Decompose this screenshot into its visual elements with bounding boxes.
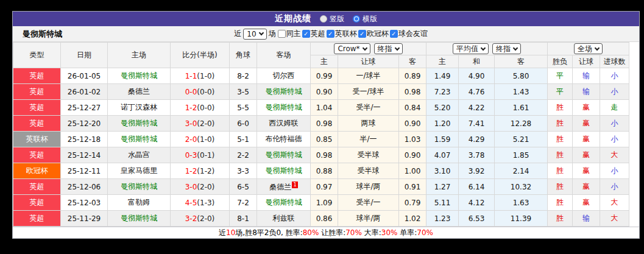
handicap-line-cell: 一/球半: [338, 68, 399, 84]
handicap-odds-home-cell: 0.88: [311, 163, 338, 179]
table-header-row-groups: 类型 日期 主场 比分(半场) 角球 客场 Crow* 终指: [13, 43, 629, 55]
team-rank-badge: 1: [292, 182, 298, 188]
average-stage-select[interactable]: 终指: [492, 43, 521, 54]
avg-draw-odds-cell: 4.76: [459, 84, 495, 100]
match-type-cell: 英超: [13, 211, 61, 227]
away-team: 布伦特福德: [266, 135, 302, 143]
col-header-corner: 角球: [230, 43, 257, 68]
avg-draw-odds-cell: 4.22: [459, 100, 495, 116]
fulltime-score: 4-5: [185, 199, 197, 207]
col-header-type: 类型: [13, 43, 61, 68]
layout-radio[interactable]: 竖版: [320, 14, 344, 24]
league-filter-checkbox[interactable]: ✓ 英超: [302, 29, 325, 39]
result-cell: 胜: [548, 132, 573, 147]
corner-cell: 8-2: [230, 68, 257, 84]
avg-draw-odds-cell: 6.53: [459, 211, 495, 227]
team-name-label: 曼彻斯特城: [13, 29, 234, 40]
avg-home-odds-cell: 4.07: [426, 147, 459, 163]
checkbox-label: 同主: [286, 29, 301, 39]
result-cell: 胜: [548, 116, 573, 132]
checkbox-label: 英超: [311, 29, 325, 39]
fulltime-score: 0-0: [185, 88, 197, 96]
checkbox-icon: ✓: [327, 30, 334, 38]
chevron-down-icon: [513, 45, 518, 50]
date-cell: 25-11-29: [61, 211, 108, 227]
summary-segment: 10: [226, 228, 235, 237]
date-cell: 25-12-27: [61, 100, 108, 116]
scope-select[interactable]: 全场: [574, 43, 603, 54]
subcol-avg-draw: 和: [459, 55, 495, 68]
result-cell: 平: [548, 84, 573, 100]
away-team-cell: 曼彻斯特城: [257, 84, 311, 100]
score-cell: 0-3(0-1): [171, 147, 230, 163]
summary-segment: 让胜率:: [319, 228, 345, 238]
handicap-odds-group-header: Crow* 终指: [311, 43, 426, 55]
score-cell: 3-0(2-0): [171, 179, 230, 195]
home-team-cell: 富勒姆: [108, 195, 171, 211]
avg-away-odds-cell: 5.80: [495, 68, 548, 84]
subcol-goals: 进球数: [600, 55, 629, 68]
handicap-odds-away-cell: 0.91: [399, 179, 426, 195]
goals-result-cell: 大: [600, 147, 629, 163]
handicap-result-cell: 赢: [573, 179, 600, 195]
avg-away-odds-cell: 12.28: [495, 116, 548, 132]
avg-draw-odds-cell: 3.92: [459, 163, 495, 179]
checkbox-label: 欧冠杯: [367, 29, 389, 39]
layout-radio-group: 竖版 横版: [320, 14, 377, 24]
average-select[interactable]: 平均值: [453, 43, 489, 54]
corner-cell: 6-5: [230, 179, 257, 195]
league-filter-group: ✓ 同主 ✓ 英超 ✓ 英联杯 ✓ 欧冠杯 ✓ 球会友谊: [278, 29, 428, 39]
away-team-cell: 桑德兰1: [257, 179, 311, 195]
home-team-cell: 曼彻斯特城: [108, 68, 171, 84]
match-type-cell: 英超: [13, 100, 61, 116]
league-filter-checkbox[interactable]: ✓ 欧冠杯: [358, 29, 389, 39]
handicap-line-cell: 半/一: [338, 132, 399, 147]
home-team-cell: 水晶宫: [108, 147, 171, 163]
goals-result-cell: 走: [600, 100, 629, 116]
bookmaker-select[interactable]: Crow*: [334, 43, 370, 54]
avg-away-odds-cell: 2.14: [495, 163, 548, 179]
away-team: 曼彻斯特城: [266, 166, 302, 175]
match-count-select[interactable]: 10: [243, 29, 266, 40]
away-team: 西汉姆联: [269, 119, 299, 127]
away-team: 切尔西: [273, 71, 295, 80]
subcol-handicap: 让球: [338, 55, 399, 68]
goals-result-cell: 大: [600, 195, 629, 211]
table-row: 英超 26-01-05 曼彻斯特城 1-1(1-0) 8-2 切尔西 0.99 …: [13, 68, 629, 84]
chevron-down-icon: [258, 30, 263, 35]
subcol-odds-home: 主: [311, 55, 338, 68]
handicap-line-cell: 球半/两: [338, 211, 399, 227]
league-filter-checkbox[interactable]: ✓ 同主: [278, 29, 301, 39]
score-cell: 0-0(0-0): [171, 84, 230, 100]
result-cell: 胜: [548, 179, 573, 195]
avg-home-odds-cell: 7.23: [426, 84, 459, 100]
league-filter-checkbox[interactable]: ✓ 球会友谊: [390, 29, 428, 39]
handicap-result-cell: 赢: [573, 195, 600, 211]
away-team-cell: 布伦特福德: [257, 132, 311, 147]
avg-home-odds-cell: 1.23: [426, 211, 459, 227]
avg-away-odds-cell: 10.32: [495, 179, 548, 195]
table-row: 欧冠杯 25-12-11 皇家马德里 1-2(1-2) 3-3 曼彻斯特城 0.…: [13, 163, 629, 179]
away-team: 利兹联: [273, 214, 295, 222]
home-team: 曼彻斯特城: [121, 214, 157, 222]
match-type-cell: 英联杯: [13, 132, 61, 147]
goals-result-cell: 小: [600, 163, 629, 179]
summary-segment: 单率:: [397, 228, 417, 238]
home-team: 曼彻斯特城: [121, 119, 157, 127]
handicap-odds-away-cell: 1.03: [399, 132, 426, 147]
summary-segment: 大率:: [362, 228, 381, 238]
handicap-odds-away-cell: 0.89: [399, 68, 426, 84]
away-team: 曼彻斯特城: [266, 150, 302, 159]
corner-cell: 8-1: [230, 211, 257, 227]
handicap-odds-away-cell: 0.90: [399, 116, 426, 132]
layout-radio[interactable]: 横版: [353, 14, 377, 24]
corner-cell: 7-2: [230, 195, 257, 211]
bookmaker-stage-select[interactable]: 终指: [374, 43, 403, 54]
table-row: 英超 25-11-29 曼彻斯特城 3-2(2-0) 8-1 利兹联 0.86 …: [13, 211, 629, 227]
fulltime-score: 3-0: [185, 183, 197, 191]
checkbox-icon: ✓: [358, 30, 366, 38]
subcol-result: 胜负: [548, 55, 573, 68]
table-row: 英超 25-12-20 曼彻斯特城 3-0(2-0) 6-0 西汉姆联 0.98…: [13, 116, 629, 132]
home-team-cell: 诺丁汉森林: [108, 100, 171, 116]
league-filter-checkbox[interactable]: ✓ 英联杯: [327, 29, 357, 39]
